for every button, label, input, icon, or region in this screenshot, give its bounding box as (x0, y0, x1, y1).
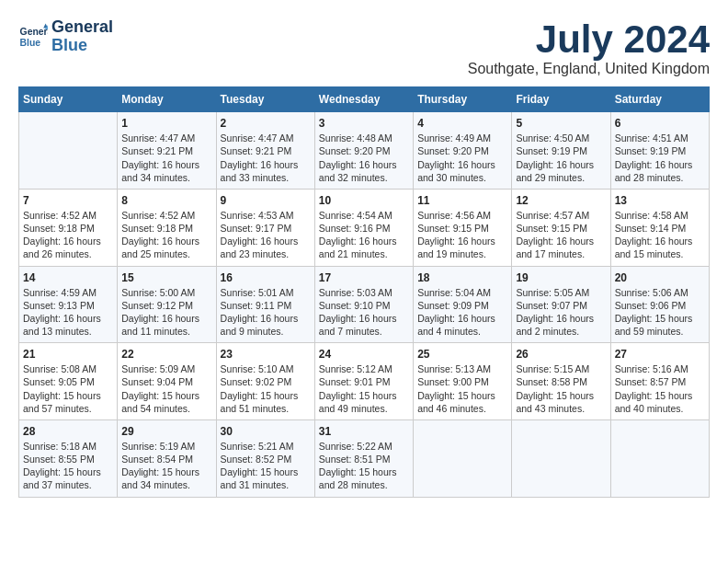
svg-text:General: General (20, 27, 48, 37)
col-header-friday: Friday (512, 87, 610, 112)
day-info: Sunrise: 4:52 AM Sunset: 9:18 PM Dayligh… (23, 209, 113, 261)
day-info: Sunrise: 5:01 AM Sunset: 9:11 PM Dayligh… (221, 286, 311, 339)
calendar-cell: 20Sunrise: 5:06 AM Sunset: 9:06 PM Dayli… (610, 266, 709, 343)
day-info: Sunrise: 5:09 AM Sunset: 9:04 PM Dayligh… (121, 362, 211, 415)
calendar-cell: 2Sunrise: 4:47 AM Sunset: 9:21 PM Daylig… (216, 112, 314, 190)
day-number: 14 (23, 271, 113, 284)
day-number: 26 (516, 348, 606, 361)
day-number: 31 (319, 425, 409, 438)
day-info: Sunrise: 4:53 AM Sunset: 9:17 PM Dayligh… (221, 209, 311, 261)
calendar-cell: 27Sunrise: 5:16 AM Sunset: 8:57 PM Dayli… (610, 343, 709, 420)
day-info: Sunrise: 5:00 AM Sunset: 9:12 PM Dayligh… (121, 286, 211, 339)
calendar-cell: 31Sunrise: 5:22 AM Sunset: 8:51 PM Dayli… (314, 419, 413, 497)
day-number: 21 (23, 348, 113, 361)
day-info: Sunrise: 4:58 AM Sunset: 9:14 PM Dayligh… (615, 209, 705, 261)
col-header-sunday: Sunday (19, 87, 118, 112)
day-info: Sunrise: 5:16 AM Sunset: 8:57 PM Dayligh… (615, 362, 705, 415)
day-number: 25 (417, 348, 507, 361)
day-number: 28 (23, 425, 113, 438)
calendar-week-0: 1Sunrise: 4:47 AM Sunset: 9:21 PM Daylig… (19, 112, 710, 190)
day-number: 20 (615, 271, 705, 284)
day-number: 11 (417, 194, 507, 207)
calendar-cell: 9Sunrise: 4:53 AM Sunset: 9:17 PM Daylig… (216, 189, 314, 266)
day-number: 13 (615, 194, 705, 207)
calendar-cell: 3Sunrise: 4:48 AM Sunset: 9:20 PM Daylig… (314, 112, 413, 190)
day-number: 22 (121, 348, 211, 361)
calendar-cell: 14Sunrise: 4:59 AM Sunset: 9:13 PM Dayli… (19, 266, 118, 343)
day-number: 12 (516, 194, 606, 207)
day-number: 2 (221, 117, 311, 130)
calendar-week-1: 7Sunrise: 4:52 AM Sunset: 9:18 PM Daylig… (19, 189, 710, 266)
day-info: Sunrise: 4:49 AM Sunset: 9:20 PM Dayligh… (417, 132, 507, 184)
day-number: 24 (319, 348, 409, 361)
calendar-cell: 21Sunrise: 5:08 AM Sunset: 9:05 PM Dayli… (19, 343, 118, 420)
day-number: 18 (417, 271, 507, 284)
calendar-table: SundayMondayTuesdayWednesdayThursdayFrid… (18, 86, 710, 497)
calendar-cell: 16Sunrise: 5:01 AM Sunset: 9:11 PM Dayli… (216, 266, 314, 343)
day-number: 15 (121, 271, 211, 284)
svg-text:Blue: Blue (20, 37, 41, 47)
day-info: Sunrise: 5:05 AM Sunset: 9:07 PM Dayligh… (516, 286, 606, 339)
day-number: 6 (615, 117, 705, 130)
calendar-cell: 22Sunrise: 5:09 AM Sunset: 9:04 PM Dayli… (118, 343, 216, 420)
calendar-week-4: 28Sunrise: 5:18 AM Sunset: 8:55 PM Dayli… (19, 419, 710, 497)
day-info: Sunrise: 5:03 AM Sunset: 9:10 PM Dayligh… (319, 286, 409, 339)
logo-icon: General Blue (18, 22, 48, 52)
day-number: 1 (121, 117, 211, 130)
day-info: Sunrise: 4:47 AM Sunset: 9:21 PM Dayligh… (121, 132, 211, 184)
calendar-cell: 25Sunrise: 5:13 AM Sunset: 9:00 PM Dayli… (414, 343, 512, 420)
calendar-header-row: SundayMondayTuesdayWednesdayThursdayFrid… (19, 87, 710, 112)
day-info: Sunrise: 5:06 AM Sunset: 9:06 PM Dayligh… (615, 286, 705, 339)
day-info: Sunrise: 4:47 AM Sunset: 9:21 PM Dayligh… (221, 132, 311, 184)
main-title: July 2024 (468, 18, 710, 61)
day-info: Sunrise: 5:08 AM Sunset: 9:05 PM Dayligh… (23, 362, 113, 415)
day-number: 30 (221, 425, 311, 438)
day-number: 23 (221, 348, 311, 361)
calendar-week-3: 21Sunrise: 5:08 AM Sunset: 9:05 PM Dayli… (19, 343, 710, 420)
header: General Blue General Blue July 2024 Sout… (18, 18, 710, 77)
calendar-cell: 30Sunrise: 5:21 AM Sunset: 8:52 PM Dayli… (216, 419, 314, 497)
logo-text: General Blue (51, 18, 113, 55)
calendar-cell (610, 419, 709, 497)
calendar-cell: 11Sunrise: 4:56 AM Sunset: 9:15 PM Dayli… (414, 189, 512, 266)
day-number: 10 (319, 194, 409, 207)
day-number: 3 (319, 117, 409, 130)
col-header-wednesday: Wednesday (314, 87, 413, 112)
day-number: 7 (23, 194, 113, 207)
calendar-cell: 1Sunrise: 4:47 AM Sunset: 9:21 PM Daylig… (118, 112, 216, 190)
day-info: Sunrise: 4:59 AM Sunset: 9:13 PM Dayligh… (23, 286, 113, 339)
day-info: Sunrise: 5:19 AM Sunset: 8:54 PM Dayligh… (121, 440, 211, 492)
day-info: Sunrise: 4:48 AM Sunset: 9:20 PM Dayligh… (319, 132, 409, 184)
calendar-cell (19, 112, 118, 190)
calendar-cell: 8Sunrise: 4:52 AM Sunset: 9:18 PM Daylig… (118, 189, 216, 266)
subtitle: Southgate, England, United Kingdom (468, 61, 710, 77)
calendar-cell (512, 419, 610, 497)
day-number: 27 (615, 348, 705, 361)
day-info: Sunrise: 5:12 AM Sunset: 9:01 PM Dayligh… (319, 362, 409, 415)
col-header-tuesday: Tuesday (216, 87, 314, 112)
calendar-cell: 24Sunrise: 5:12 AM Sunset: 9:01 PM Dayli… (314, 343, 413, 420)
calendar-week-2: 14Sunrise: 4:59 AM Sunset: 9:13 PM Dayli… (19, 266, 710, 343)
day-number: 4 (417, 117, 507, 130)
calendar-cell: 15Sunrise: 5:00 AM Sunset: 9:12 PM Dayli… (118, 266, 216, 343)
day-number: 8 (121, 194, 211, 207)
calendar-cell (414, 419, 512, 497)
calendar-cell: 13Sunrise: 4:58 AM Sunset: 9:14 PM Dayli… (610, 189, 709, 266)
calendar-cell: 10Sunrise: 4:54 AM Sunset: 9:16 PM Dayli… (314, 189, 413, 266)
day-info: Sunrise: 5:21 AM Sunset: 8:52 PM Dayligh… (221, 440, 311, 492)
calendar-cell: 18Sunrise: 5:04 AM Sunset: 9:09 PM Dayli… (414, 266, 512, 343)
day-number: 17 (319, 271, 409, 284)
day-number: 9 (221, 194, 311, 207)
logo: General Blue General Blue (18, 18, 113, 55)
day-info: Sunrise: 4:51 AM Sunset: 9:19 PM Dayligh… (615, 132, 705, 184)
calendar-cell: 7Sunrise: 4:52 AM Sunset: 9:18 PM Daylig… (19, 189, 118, 266)
title-block: July 2024 Southgate, England, United Kin… (468, 18, 710, 77)
day-info: Sunrise: 4:50 AM Sunset: 9:19 PM Dayligh… (516, 132, 606, 184)
day-number: 19 (516, 271, 606, 284)
calendar-cell: 17Sunrise: 5:03 AM Sunset: 9:10 PM Dayli… (314, 266, 413, 343)
day-info: Sunrise: 5:13 AM Sunset: 9:00 PM Dayligh… (417, 362, 507, 415)
day-number: 29 (121, 425, 211, 438)
day-info: Sunrise: 5:18 AM Sunset: 8:55 PM Dayligh… (23, 440, 113, 492)
col-header-thursday: Thursday (414, 87, 512, 112)
calendar-cell: 6Sunrise: 4:51 AM Sunset: 9:19 PM Daylig… (610, 112, 709, 190)
